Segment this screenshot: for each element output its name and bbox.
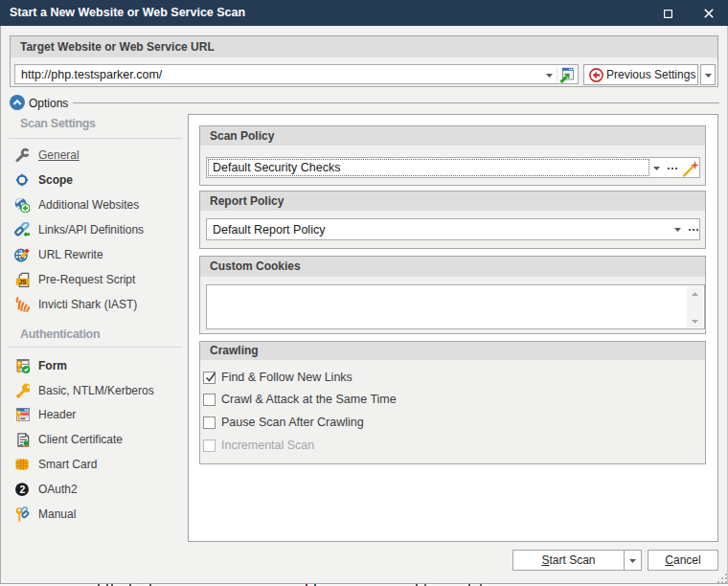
svg-text:2: 2 (19, 484, 25, 495)
svg-text:JS: JS (19, 279, 28, 285)
